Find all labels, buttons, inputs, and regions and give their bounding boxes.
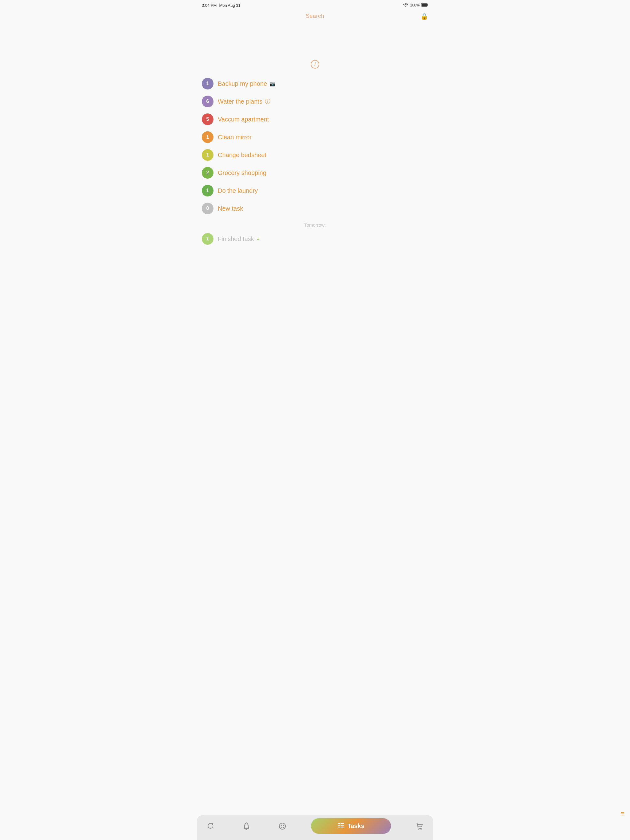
task-label: Clean mirror [218, 134, 252, 141]
check-icon: ✓ [256, 236, 261, 242]
task-label: Change bedsheet [218, 152, 266, 159]
task-label: Do the laundry [218, 187, 258, 194]
emoji-button[interactable] [275, 819, 290, 834]
info-icon[interactable]: i [311, 60, 319, 69]
tasks-button[interactable]: Tasks [311, 818, 391, 834]
task-badge: 1 [202, 78, 214, 90]
task-label: New task [218, 205, 243, 212]
svg-point-13 [421, 828, 422, 829]
task-badge: 6 [202, 96, 214, 107]
section-tomorrow-label: Tomorrow: [197, 217, 433, 230]
refresh-button[interactable] [203, 819, 218, 834]
task-item[interactable]: 1 Do the laundry [202, 182, 428, 199]
status-time: 3:04 PM [202, 3, 217, 8]
bell-button[interactable] [239, 819, 254, 834]
task-label: Water the plants [218, 98, 263, 105]
task-badge: 5 [202, 114, 214, 125]
search-label[interactable]: Search [306, 13, 324, 19]
task-label: Grocery shopping [218, 169, 266, 177]
lock-icon[interactable]: 🔒 [421, 13, 428, 20]
task-item[interactable]: 1 Backup my phone 📷 [202, 75, 428, 93]
bottom-nav: Tasks [197, 815, 433, 840]
battery-icon: 100% [410, 3, 419, 7]
battery-graphic [421, 2, 428, 8]
finished-task-label: Finished task [218, 235, 254, 243]
tasks-list-icon [337, 822, 344, 830]
camera-icon: 📷 [269, 81, 275, 87]
tasks-label: Tasks [347, 823, 364, 829]
task-badge: 0 [202, 203, 214, 214]
task-badge: 1 [202, 149, 214, 161]
task-badge: 1 [202, 131, 214, 143]
task-item[interactable]: 5 Vaccum apartment [202, 111, 428, 128]
task-badge: 2 [202, 167, 214, 178]
svg-rect-2 [427, 4, 428, 6]
svg-point-4 [281, 825, 282, 826]
status-date: Mon Aug 31 [219, 3, 240, 8]
info-area: i [197, 23, 433, 75]
finished-task-badge: 1 [202, 233, 214, 245]
status-bar: 3:04 PM Mon Aug 31 100% [197, 0, 433, 9]
task-item[interactable]: 6 Water the plants ⓘ [202, 93, 428, 111]
task-list: 1 Backup my phone 📷 6 Water the plants ⓘ… [197, 75, 433, 217]
task-item[interactable]: 0 New task [202, 199, 428, 217]
task-label: Backup my phone [218, 80, 267, 87]
task-badge: 1 [202, 185, 214, 196]
status-icons: 100% [403, 2, 428, 8]
task-item[interactable]: 1 Change bedsheet [202, 146, 428, 164]
task-item[interactable]: 2 Grocery shopping [202, 164, 428, 182]
task-label: Vaccum apartment [218, 116, 269, 123]
cart-button[interactable] [412, 819, 427, 834]
svg-rect-1 [422, 4, 427, 6]
info-small-icon[interactable]: ⓘ [265, 98, 271, 105]
header: Search 🔒 [197, 9, 433, 23]
svg-point-12 [418, 828, 419, 829]
svg-point-5 [283, 825, 284, 826]
finished-task-item[interactable]: 1 Finished task ✓ [202, 230, 428, 248]
finished-task-list: 1 Finished task ✓ [197, 230, 433, 248]
wifi-icon [403, 2, 408, 8]
task-item[interactable]: 1 Clean mirror [202, 128, 428, 146]
